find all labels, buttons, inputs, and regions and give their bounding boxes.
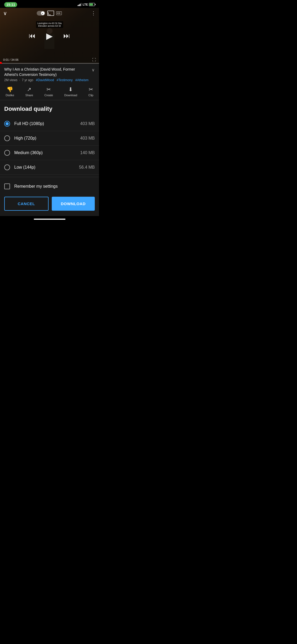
time-row: 0:01 / 34:06 ⛶ xyxy=(0,57,99,63)
tag-testimony[interactable]: #Testimony xyxy=(57,78,73,82)
subtitle-line1: Lexington Av-63 St Sta xyxy=(37,22,62,25)
radio-fullhd xyxy=(4,121,10,127)
progress-bar[interactable] xyxy=(0,63,99,64)
radio-high xyxy=(4,135,10,141)
quality-size-high: 403 MB xyxy=(80,136,95,141)
download-button[interactable]: ⬇ Download xyxy=(64,86,77,97)
dislike-label: Dislike xyxy=(6,94,14,97)
next-button[interactable]: ⏭ xyxy=(63,32,70,40)
quality-option-fullhd[interactable]: Full HD (1080p) 403 MB xyxy=(0,117,99,131)
video-title-row: Why I Am a Christian (David Wood, Former… xyxy=(4,67,95,77)
clip-label: Clip xyxy=(88,94,93,97)
dislike-icon: 👎 xyxy=(7,86,13,93)
tag-atheism[interactable]: #Atheism xyxy=(75,78,88,82)
captions-icon[interactable]: CC xyxy=(56,11,62,15)
cast-icon[interactable] xyxy=(47,11,54,16)
signal-icon xyxy=(78,3,82,6)
battery-fill xyxy=(89,3,93,6)
lte-text: LTE xyxy=(83,3,88,6)
clip-button[interactable]: ✂ Clip xyxy=(88,86,93,97)
subtitle-line2: Elevator across 63 St xyxy=(37,25,62,27)
quality-size-fullhd: 403 MB xyxy=(80,121,95,126)
video-player[interactable]: Lexington Av-63 St Sta Elevator across 6… xyxy=(0,8,99,64)
quality-size-low: 56.4 MB xyxy=(79,165,95,170)
quality-size-medium: 140 MB xyxy=(80,150,95,155)
quality-name-fullhd: Full HD (1080p) xyxy=(14,121,80,126)
status-time: 15:11 xyxy=(4,2,17,7)
remember-label: Remember my settings xyxy=(14,184,58,189)
create-label: Create xyxy=(44,94,53,97)
home-indicator xyxy=(0,216,99,222)
quality-option-medium[interactable]: Medium (360p) 140 MB xyxy=(0,146,99,160)
battery-icon xyxy=(89,3,95,6)
upload-time: 7 yr ago xyxy=(22,78,33,82)
status-right-icons: LTE xyxy=(78,3,95,6)
fullscreen-icon[interactable]: ⛶ xyxy=(92,58,96,62)
share-button[interactable]: ↗ Share xyxy=(25,86,33,97)
remember-settings-row[interactable]: Remember my settings xyxy=(0,179,99,194)
home-bar xyxy=(34,219,65,220)
video-bottom-bar: 0:01 / 34:06 ⛶ xyxy=(0,57,99,64)
toggle-knob xyxy=(41,11,45,15)
download-label: Download xyxy=(64,94,77,97)
dislike-button[interactable]: 👎 Dislike xyxy=(6,86,14,97)
download-confirm-button[interactable]: DOWNLOAD xyxy=(52,197,95,211)
quality-name-high: High (720p) xyxy=(14,136,80,141)
cancel-button[interactable]: CANCEL xyxy=(4,197,49,211)
video-meta: 2M views · 7 yr ago #DavidWood #Testimon… xyxy=(4,78,95,82)
video-info: Why I Am a Christian (David Wood, Former… xyxy=(0,64,99,84)
radio-low xyxy=(4,164,10,170)
subtitle-overlay: Lexington Av-63 St Sta Elevator across 6… xyxy=(36,21,63,28)
tag-davidwood[interactable]: #DavidWood xyxy=(36,78,54,82)
quality-option-low[interactable]: Low (144p) 56.4 MB xyxy=(0,160,99,175)
buttons-row: CANCEL DOWNLOAD xyxy=(0,194,99,216)
more-options-icon[interactable]: ⋮ xyxy=(91,10,96,16)
clip-icon: ✂ xyxy=(89,86,93,93)
autoplay-toggle[interactable] xyxy=(37,11,45,16)
video-top-bar: ∨ CC ⋮ xyxy=(0,8,99,19)
divider xyxy=(0,177,99,177)
remember-checkbox[interactable] xyxy=(4,183,10,189)
download-quality-panel: Download quality Full HD (1080p) 403 MB … xyxy=(0,100,99,216)
download-quality-title: Download quality xyxy=(0,100,99,117)
previous-button[interactable]: ⏮ xyxy=(29,32,36,40)
chevron-down-icon[interactable]: ∨ xyxy=(3,10,7,16)
action-bar: 👎 Dislike ↗ Share ✂ Create ⬇ Download ✂ … xyxy=(0,84,99,100)
video-top-center-controls: CC xyxy=(37,11,62,16)
share-icon: ↗ xyxy=(27,86,31,93)
quality-option-high[interactable]: High (720p) 403 MB xyxy=(0,131,99,146)
current-time: 0:01 / 34:06 xyxy=(3,58,18,61)
video-title: Why I Am a Christian (David Wood, Former… xyxy=(4,67,89,77)
status-bar: 15:11 LTE xyxy=(0,0,99,8)
expand-icon[interactable]: ∨ xyxy=(92,67,95,72)
create-icon: ✂ xyxy=(46,86,51,93)
play-button[interactable]: ▶ xyxy=(46,31,53,41)
share-label: Share xyxy=(25,94,33,97)
quality-name-medium: Medium (360p) xyxy=(14,150,80,155)
quality-name-low: Low (144p) xyxy=(14,165,79,170)
playback-controls: ⏮ ▶ ⏭ xyxy=(0,31,99,41)
radio-medium xyxy=(4,150,10,156)
radio-inner-fullhd xyxy=(6,122,9,125)
views-count: 2M views xyxy=(4,78,17,82)
download-icon: ⬇ xyxy=(68,86,73,93)
create-button[interactable]: ✂ Create xyxy=(44,86,53,97)
